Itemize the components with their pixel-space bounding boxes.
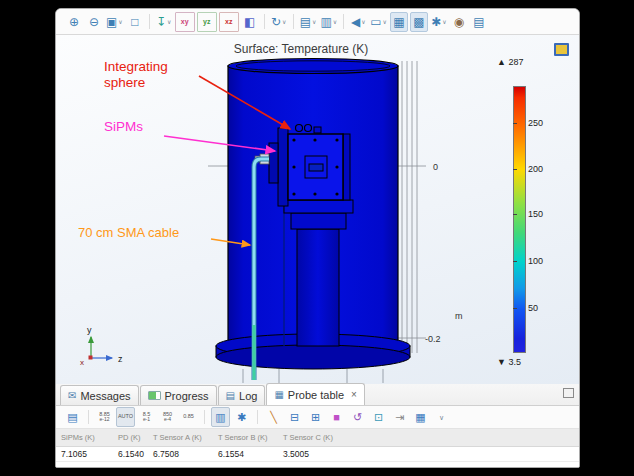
clear-table-icon[interactable]: ╲ bbox=[264, 407, 283, 427]
column-header: T Sensor B (K) bbox=[218, 433, 283, 442]
bottom-panel: ✉Messages Progress ▤Log ▦Probe table× ▤ … bbox=[56, 384, 579, 467]
toolbar-separator bbox=[264, 14, 265, 29]
triad-y-label: y bbox=[87, 325, 92, 335]
table-cell: 6.1554 bbox=[218, 449, 283, 459]
chevron-down-icon: ∨ bbox=[118, 19, 122, 25]
column-header: PD (K) bbox=[118, 433, 153, 442]
scale-label-minus: -0.2 bbox=[425, 334, 441, 344]
screen: ⊕ ⊖ ▣∨ □ ↧∨ xy yz xz ◧ ↻∨ ▤∨ ▥∨ ◀∨ ▭∨ ▦ … bbox=[0, 0, 634, 476]
toolbar-separator bbox=[257, 410, 258, 424]
add-table-icon[interactable]: ⊞ bbox=[306, 407, 325, 427]
chevron-down-icon: ∨ bbox=[383, 19, 387, 25]
window-layout-icon[interactable]: ▭∨ bbox=[369, 12, 388, 32]
probe-table-toolbar: ▤ 8.85e-12 AUTO 8.5e-1 850e-4 0.85 ▥ ✱ ╲… bbox=[56, 406, 579, 429]
scale-label-zero: 0 bbox=[433, 162, 438, 172]
view-xy-icon[interactable]: xy bbox=[175, 12, 195, 32]
bottom-tab-bar: ✉Messages Progress ▤Log ▦Probe table× bbox=[56, 384, 579, 406]
chevron-down-icon: ∨ bbox=[312, 19, 316, 25]
triad-z-label: z bbox=[118, 354, 123, 364]
triangle-up-icon: ▲ bbox=[497, 57, 506, 67]
view-xz-icon[interactable]: xz bbox=[219, 12, 239, 32]
colorbar-tick: 100 bbox=[513, 256, 543, 266]
toolbar-separator bbox=[88, 410, 89, 424]
animate-icon[interactable]: ◀∨ bbox=[349, 12, 367, 32]
maximize-panel-button[interactable] bbox=[563, 388, 574, 398]
toolbar-separator bbox=[149, 14, 150, 29]
copy-graphics-icon[interactable]: ▥∨ bbox=[320, 12, 339, 32]
chevron-down-icon: ∨ bbox=[442, 19, 446, 25]
table-cell: 3.5005 bbox=[283, 449, 403, 459]
view-yz-icon[interactable]: yz bbox=[197, 12, 217, 32]
comsol-graphics-window: ⊕ ⊖ ▣∨ □ ↧∨ xy yz xz ◧ ↻∨ ▤∨ ▥∨ ◀∨ ▭∨ ▦ … bbox=[55, 8, 580, 468]
full-precision-button[interactable]: 8.85e-12 bbox=[95, 407, 114, 427]
table-options-icon[interactable]: ▦ bbox=[411, 407, 430, 427]
toolbar-separator bbox=[293, 14, 294, 29]
tab-log[interactable]: ▤Log bbox=[218, 385, 266, 405]
column-header: SiPMs (K) bbox=[61, 433, 118, 442]
column-header: T Sensor A (K) bbox=[153, 433, 218, 442]
tab-progress[interactable]: Progress bbox=[140, 385, 217, 405]
chevron-down-icon: ∨ bbox=[167, 19, 171, 25]
colorbar-tick: 150 bbox=[513, 209, 543, 219]
tab-probe-table[interactable]: ▦Probe table× bbox=[266, 383, 365, 405]
go-to-view-icon[interactable]: ↧∨ bbox=[155, 12, 173, 32]
default-3d-view-icon[interactable]: ◧ bbox=[241, 12, 259, 32]
chevron-down-icon: ∨ bbox=[361, 19, 365, 25]
table-icon: ▦ bbox=[274, 390, 283, 400]
colorbar-min: ▼ 3.5 bbox=[497, 357, 521, 367]
copy-table-icon[interactable]: ⊡ bbox=[369, 407, 388, 427]
engineering-notation-button[interactable]: 850e-4 bbox=[158, 407, 177, 427]
table-graph-icon[interactable]: ↺ bbox=[348, 407, 367, 427]
toolbar-separator bbox=[204, 410, 205, 424]
asterisk-icon[interactable]: ✱ bbox=[232, 407, 251, 427]
decimal-notation-button[interactable]: 0.85 bbox=[179, 407, 198, 427]
colorbar-tick: 50 bbox=[513, 303, 538, 313]
probe-table-header: SiPMs (K) PD (K) T Sensor A (K) T Sensor… bbox=[56, 429, 579, 447]
zoom-box-icon[interactable]: □ bbox=[126, 12, 144, 32]
table-cell: 6.7508 bbox=[153, 449, 218, 459]
chevron-down-icon: ∨ bbox=[282, 19, 286, 25]
toolbar-separator bbox=[343, 14, 344, 29]
3d-scene: 0 m -0.2 bbox=[56, 35, 579, 384]
chevron-down-icon[interactable]: ∨ bbox=[432, 407, 451, 427]
graphics-toolbar: ⊕ ⊖ ▣∨ □ ↧∨ xy yz xz ◧ ↻∨ ▤∨ ▥∨ ◀∨ ▭∨ ▦ … bbox=[56, 9, 579, 35]
grid-toggle-icon[interactable]: ▩ bbox=[410, 12, 428, 32]
table-cell: 7.1065 bbox=[61, 449, 118, 459]
image-snapshot-icon[interactable]: ▤∨ bbox=[299, 12, 318, 32]
log-icon: ▤ bbox=[226, 391, 235, 401]
screenshot-icon[interactable]: ◉ bbox=[450, 12, 468, 32]
export-table-icon[interactable]: ⇥ bbox=[390, 407, 409, 427]
print-icon[interactable]: ▤ bbox=[470, 12, 488, 32]
columns-toggle-icon[interactable]: ▥ bbox=[211, 407, 230, 427]
close-icon[interactable]: × bbox=[351, 389, 357, 400]
rotate-icon[interactable]: ↻∨ bbox=[270, 12, 288, 32]
update-table-icon[interactable]: ▤ bbox=[63, 407, 82, 427]
zoom-extents-icon[interactable]: ▣∨ bbox=[105, 12, 124, 32]
progress-icon bbox=[148, 391, 161, 400]
zoom-out-icon[interactable]: ⊖ bbox=[85, 12, 103, 32]
column-header: T Sensor C (K) bbox=[283, 433, 403, 442]
zoom-in-icon[interactable]: ⊕ bbox=[65, 12, 83, 32]
plot-toggle-icon[interactable]: ▦ bbox=[390, 12, 408, 32]
scale-unit-label: m bbox=[455, 311, 463, 321]
triangle-down-icon: ▼ bbox=[497, 357, 506, 367]
envelope-icon: ✉ bbox=[68, 391, 76, 401]
delete-icon[interactable]: ⊟ bbox=[285, 407, 304, 427]
triad-x-label: x bbox=[80, 358, 84, 367]
table-row[interactable]: 7.1065 6.1540 6.7508 6.1554 3.5005 bbox=[56, 447, 579, 462]
coordinate-triad: y z x bbox=[80, 325, 123, 367]
scientific-notation-button[interactable]: 8.5e-1 bbox=[137, 407, 156, 427]
colorbar-tick: 200 bbox=[513, 164, 543, 174]
color-swatch-icon[interactable]: ■ bbox=[327, 407, 346, 427]
colorbar-tick: 250 bbox=[513, 118, 543, 128]
colorbar-max: ▲ 287 bbox=[497, 57, 523, 67]
table-cell: 6.1540 bbox=[118, 449, 153, 459]
scene-settings-icon[interactable]: ✱∨ bbox=[430, 12, 448, 32]
tab-messages[interactable]: ✉Messages bbox=[60, 385, 139, 405]
automatic-notation-button[interactable]: AUTO bbox=[116, 407, 135, 427]
chevron-down-icon: ∨ bbox=[333, 19, 337, 25]
graphics-canvas[interactable]: Surface: Temperature (K) bbox=[56, 35, 579, 384]
